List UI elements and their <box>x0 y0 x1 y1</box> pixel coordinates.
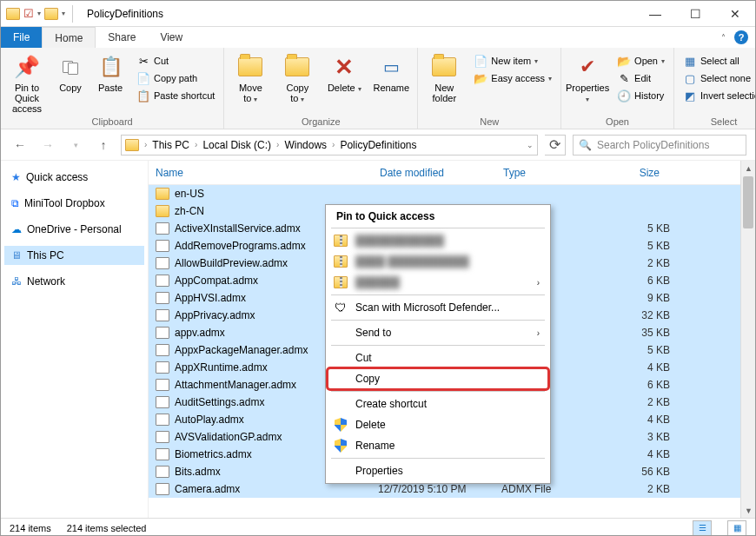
cm-copy[interactable]: Copy <box>328 368 548 389</box>
nav-forward-button[interactable]: → <box>37 135 58 156</box>
chevron-right-icon: › <box>537 328 540 338</box>
file-icon <box>156 431 169 443</box>
cm-blurred-3[interactable]: ██████› <box>328 272 548 293</box>
copy-to-button[interactable]: Copy to ▾ <box>276 51 318 104</box>
pc-icon: 🖥 <box>11 249 22 261</box>
shield-icon <box>335 439 347 453</box>
status-item-count: 214 items <box>10 523 51 533</box>
rename-button[interactable]: ▭ Rename <box>370 51 412 93</box>
breadcrumb-seg-2[interactable]: Windows <box>281 139 330 151</box>
ribbon-group-new: New folder 📄New item ▾ 📂Easy access ▾ Ne… <box>418 48 561 129</box>
vertical-scrollbar[interactable]: ▲ ▼ <box>740 161 755 518</box>
search-placeholder: Search PolicyDefinitions <box>597 139 709 151</box>
nav-back-button[interactable]: ← <box>10 135 30 156</box>
cm-pin-quick-access[interactable]: Pin to Quick access <box>328 207 548 226</box>
tab-home[interactable]: Home <box>42 27 96 48</box>
qat-folder-icon <box>6 8 20 20</box>
cm-scan-defender[interactable]: 🛡Scan with Microsoft Defender... <box>328 297 548 318</box>
view-large-button[interactable]: ▦ <box>727 520 746 536</box>
new-item-icon: 📄 <box>474 54 487 68</box>
copy-button[interactable]: Copy <box>53 51 88 93</box>
properties-button[interactable]: ✔ Properties ▾ <box>567 51 608 104</box>
qat-dropdown-icon[interactable]: ▾ <box>37 10 41 17</box>
search-input[interactable]: 🔍 Search PolicyDefinitions <box>573 135 746 156</box>
scroll-down-icon[interactable]: ▼ <box>741 503 756 518</box>
move-to-icon <box>238 57 262 76</box>
move-to-button[interactable]: Move to ▾ <box>229 51 271 104</box>
easy-access-button[interactable]: 📂Easy access ▾ <box>470 70 555 86</box>
cm-delete[interactable]: Delete <box>328 414 548 435</box>
qat-dropdown2-icon[interactable]: ▾ <box>62 10 65 17</box>
col-size[interactable]: Size <box>597 167 666 179</box>
close-button[interactable]: ✕ <box>715 1 755 27</box>
group-label-clipboard: Clipboard <box>6 115 218 129</box>
nav-recent-button[interactable]: ▾ <box>65 135 86 156</box>
new-item-button[interactable]: 📄New item ▾ <box>470 53 555 69</box>
breadcrumb-seg-3[interactable]: PolicyDefinitions <box>336 139 420 151</box>
open-button[interactable]: 📂Open ▾ <box>613 53 668 69</box>
sidebar-item-onedrive[interactable]: ☁OneDrive - Personal <box>4 220 144 239</box>
scroll-up-icon[interactable]: ▲ <box>741 161 756 175</box>
cm-blurred-1[interactable]: ████████████ <box>328 230 548 251</box>
ribbon: 📌 Pin to Quick access Copy 📋 Paste ✂Cut … <box>1 48 755 129</box>
sidebar-item-network[interactable]: 🖧Network <box>4 272 144 291</box>
col-type[interactable]: Type <box>496 167 597 179</box>
file-row[interactable]: en-US <box>149 185 755 202</box>
cm-create-shortcut[interactable]: Create shortcut <box>328 394 548 414</box>
breadcrumb[interactable]: › This PC› Local Disk (C:)› Windows› Pol… <box>121 135 538 156</box>
breadcrumb-dropdown-icon[interactable]: ⌄ <box>527 141 534 149</box>
sidebar-item-this-pc[interactable]: 🖥This PC <box>4 246 144 265</box>
cm-properties[interactable]: Properties <box>328 460 548 481</box>
file-name: Camera.admx <box>175 483 378 495</box>
file-size: 56 KB <box>602 466 670 478</box>
col-date[interactable]: Date modified <box>373 167 496 179</box>
tab-file[interactable]: File <box>1 27 42 48</box>
title-bar: ☑ ▾ ▾ PolicyDefinitions — ☐ ✕ <box>1 1 755 27</box>
file-icon <box>156 361 169 374</box>
file-icon <box>156 222 169 235</box>
help-icon[interactable]: ? <box>734 30 748 44</box>
cm-cut[interactable]: Cut <box>328 347 548 368</box>
select-none-button[interactable]: ▢Select none <box>680 70 756 86</box>
invert-selection-button[interactable]: ◩Invert selection <box>680 88 756 103</box>
zip-icon <box>334 276 348 288</box>
star-icon: ★ <box>11 171 21 183</box>
delete-button[interactable]: ✕ Delete ▾ <box>323 51 365 94</box>
file-size: 2 KB <box>602 396 670 408</box>
cm-blurred-2[interactable]: ████ ███████████ <box>328 251 548 272</box>
collapse-ribbon-icon[interactable]: ˄ <box>721 33 726 43</box>
view-details-button[interactable]: ☰ <box>693 520 712 536</box>
qat-checkbox-icon[interactable]: ☑ <box>23 7 34 20</box>
pin-quick-access-button[interactable]: 📌 Pin to Quick access <box>6 51 48 114</box>
file-size: 4 KB <box>602 414 670 426</box>
history-button[interactable]: 🕘History <box>613 88 668 103</box>
file-icon <box>156 327 169 339</box>
refresh-button[interactable]: ⟳ <box>545 135 566 156</box>
copy-path-button[interactable]: 📄Copy path <box>133 70 218 86</box>
sidebar-item-quick-access[interactable]: ★Quick access <box>4 168 144 187</box>
edit-button[interactable]: ✎Edit <box>613 70 668 86</box>
select-all-button[interactable]: ▦Select all <box>680 53 756 69</box>
col-name[interactable]: Name <box>149 167 373 179</box>
tab-view[interactable]: View <box>148 27 195 48</box>
file-icon <box>156 275 169 287</box>
minimize-button[interactable]: — <box>635 1 675 27</box>
folder-icon <box>156 188 169 200</box>
nav-up-button[interactable]: ↑ <box>93 135 114 156</box>
maximize-button[interactable]: ☐ <box>675 1 715 27</box>
cut-button[interactable]: ✂Cut <box>133 53 218 69</box>
breadcrumb-seg-1[interactable]: Local Disk (C:) <box>199 139 275 151</box>
tab-share[interactable]: Share <box>96 27 148 48</box>
sidebar: ★Quick access ⧉MiniTool Dropbox ☁OneDriv… <box>1 161 149 518</box>
cm-send-to[interactable]: Send to› <box>328 322 548 343</box>
paste-shortcut-button[interactable]: 📋Paste shortcut <box>133 88 218 103</box>
context-menu: Pin to Quick access ████████████ ████ ██… <box>325 204 551 484</box>
group-label-new: New <box>423 115 555 129</box>
file-name: en-US <box>175 188 378 200</box>
paste-button[interactable]: 📋 Paste <box>93 51 128 93</box>
scroll-thumb[interactable] <box>743 176 753 228</box>
new-folder-button[interactable]: New folder <box>423 51 465 103</box>
breadcrumb-seg-0[interactable]: This PC <box>149 139 193 151</box>
cm-rename[interactable]: Rename <box>328 435 548 456</box>
sidebar-item-dropbox[interactable]: ⧉MiniTool Dropbox <box>4 194 144 213</box>
